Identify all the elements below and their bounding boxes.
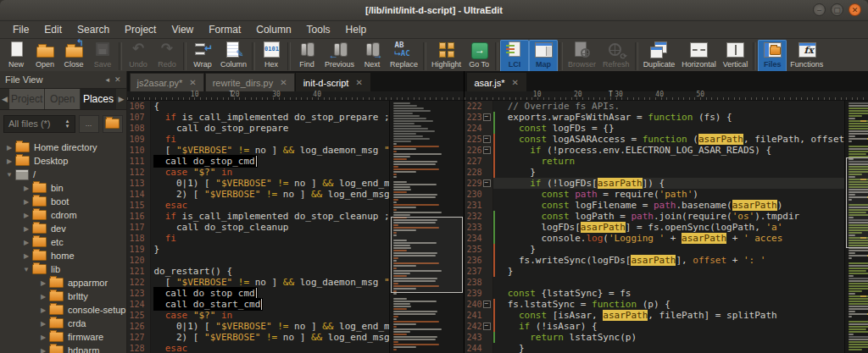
title-bar[interactable]: [/lib/init/init-d-script] - UltraEdit –▢…	[0, 0, 868, 21]
expand-arrow-icon[interactable]: ▶	[22, 239, 31, 246]
horizontal-button[interactable]: Horizontal	[678, 40, 720, 73]
tree-item-crda[interactable]: ▶crda	[0, 317, 126, 330]
minimap-line	[849, 308, 868, 310]
menu-view[interactable]: View	[164, 22, 201, 37]
editor-tab-js2asar-py-[interactable]: js2asar.py*✕	[130, 73, 204, 91]
line-number-value: 128	[130, 343, 150, 353]
expand-arrow-icon[interactable]: ▶	[22, 252, 31, 260]
folder-icon	[49, 278, 64, 288]
editor-tab-init-d-script[interactable]: init-d-script✕	[296, 73, 370, 91]
new-button[interactable]: New	[2, 40, 31, 73]
panel-collapse-icon[interactable]: ◂	[105, 75, 109, 84]
menu-edit[interactable]: Edit	[36, 22, 70, 37]
minimap[interactable]	[389, 101, 464, 353]
editor-tab-rewrite-dirs-py[interactable]: rewrite_dirs.py✕	[205, 73, 295, 91]
menu-project[interactable]: Project	[117, 22, 164, 37]
tree-item-firmware[interactable]: ▶firmware	[0, 330, 126, 344]
tree-item-dev[interactable]: ▶dev	[0, 222, 126, 235]
duplicate-button[interactable]: Duplicate	[640, 40, 679, 73]
expand-arrow-icon[interactable]: ▶	[5, 157, 14, 165]
collapse-arrow-icon[interactable]: ▼	[22, 266, 31, 273]
tree-item--[interactable]: ▼/	[0, 168, 126, 181]
replace-button[interactable]: AB⮡ACReplace	[387, 40, 421, 73]
file-filter-combobox[interactable]: All files (*) ▲▼	[3, 115, 75, 133]
code-area[interactable]: { if is_call_implemented do_stop_prepare…	[151, 101, 389, 353]
minimap-viewport[interactable]	[846, 157, 868, 248]
fold-collapse-icon[interactable]: −	[483, 135, 491, 143]
next-button[interactable]: →Next	[358, 40, 387, 73]
panel-close-icon[interactable]: ✕	[114, 75, 121, 84]
lci-button[interactable]: LCI	[500, 40, 529, 73]
tree-item-home-directory[interactable]: ▶Home directory	[0, 141, 126, 154]
close-button[interactable]: ↰Close	[59, 40, 88, 73]
menu-format[interactable]: Format	[201, 22, 248, 37]
tree-item-brltty[interactable]: ▶brltty	[0, 290, 126, 303]
sidebar-tab-open[interactable]: Open	[45, 89, 81, 109]
expand-arrow-icon[interactable]: ▶	[39, 306, 47, 314]
close-tab-icon[interactable]: ✕	[512, 78, 519, 87]
close-tab-icon[interactable]: ✕	[280, 78, 287, 87]
tree-item-apparmor[interactable]: ▶apparmor	[0, 276, 126, 290]
maximize-button[interactable]: ▢	[831, 3, 843, 16]
find-button[interactable]: Find	[292, 40, 321, 73]
fold-collapse-icon[interactable]: −	[483, 301, 491, 308]
sidebar-tab-project[interactable]: Project	[9, 89, 45, 109]
column-button[interactable]: ✎Column	[217, 40, 250, 73]
tree-item-hdparm[interactable]: ▶hdparm	[0, 344, 126, 353]
close-button[interactable]: ✕	[849, 3, 861, 16]
tabs-scroll-left-icon[interactable]: ◀	[0, 89, 9, 109]
expand-arrow-icon[interactable]: ▶	[39, 334, 47, 341]
tree-item-console-setup[interactable]: ▶console-setup	[0, 303, 126, 317]
code-area[interactable]: // Override fs APIs. exports.wrapFsWithA…	[493, 101, 845, 353]
browse-more-button[interactable]: ...	[79, 115, 99, 133]
tree-item-bin[interactable]: ▶bin	[0, 181, 126, 195]
fold-collapse-icon[interactable]: −	[483, 146, 491, 154]
expand-arrow-icon[interactable]: ▶	[22, 185, 31, 192]
fold-collapse-icon[interactable]: −	[483, 179, 491, 187]
go-to-button[interactable]: →Go To	[465, 40, 493, 73]
tree-item-boot[interactable]: ▶boot	[0, 195, 126, 208]
expand-arrow-icon[interactable]: ▶	[39, 320, 47, 328]
highlight-button[interactable]: Highlight	[428, 40, 465, 73]
fold-collapse-icon[interactable]: −	[483, 323, 491, 330]
tree-item-home[interactable]: ▶home	[0, 249, 126, 262]
expand-arrow-icon[interactable]: ▶	[39, 293, 47, 301]
expand-arrow-icon[interactable]: ▶	[22, 225, 31, 233]
menu-tools[interactable]: Tools	[299, 22, 338, 37]
menu-help[interactable]: Help	[338, 22, 375, 37]
line-number: 119	[127, 244, 150, 255]
previous-button[interactable]: ←Previous	[321, 40, 358, 73]
open-folder-button[interactable]	[103, 115, 123, 133]
close-tab-icon[interactable]: ✕	[189, 78, 196, 87]
files-button[interactable]: Files	[758, 40, 787, 73]
open-button[interactable]: Open	[31, 40, 59, 73]
fold-collapse-icon[interactable]: −	[483, 113, 491, 121]
minimize-button[interactable]: –	[813, 3, 826, 16]
tree-item-lib[interactable]: ▼lib	[0, 262, 126, 276]
functions-button[interactable]: fxFunctions	[787, 40, 826, 73]
hex-button[interactable]: 0101Hex	[257, 40, 286, 73]
tree-item-desktop[interactable]: ▶Desktop	[0, 154, 126, 168]
combobox-spinner-icon[interactable]: ▲▼	[65, 119, 70, 129]
minimap-line	[849, 278, 868, 279]
menu-column[interactable]: Column	[248, 22, 298, 37]
vertical-button[interactable]: Vertical	[720, 40, 752, 73]
menu-file[interactable]: File	[5, 22, 36, 37]
tabs-scroll-right-icon[interactable]: ▶	[117, 89, 126, 109]
minimap-viewport[interactable]	[391, 217, 463, 293]
wrap-button[interactable]: ↵Wrap	[188, 40, 217, 73]
expand-arrow-icon[interactable]: ▶	[22, 212, 31, 219]
menu-search[interactable]: Search	[70, 22, 117, 37]
map-button[interactable]: Map	[529, 40, 558, 73]
close-tab-icon[interactable]: ✕	[355, 78, 362, 87]
minimap[interactable]	[844, 101, 868, 353]
tree-item-etc[interactable]: ▶etc	[0, 235, 126, 249]
expand-arrow-icon[interactable]: ▶	[22, 198, 31, 206]
sidebar-tab-places[interactable]: Places	[81, 89, 116, 109]
editor-tab-asar-js-[interactable]: asar.js*✕	[467, 73, 526, 91]
tree-item-cdrom[interactable]: ▶cdrom	[0, 208, 126, 222]
expand-arrow-icon[interactable]: ▶	[5, 144, 14, 152]
expand-arrow-icon[interactable]: ▶	[39, 347, 47, 353]
collapse-arrow-icon[interactable]: ▼	[5, 171, 14, 179]
expand-arrow-icon[interactable]: ▶	[39, 279, 47, 287]
